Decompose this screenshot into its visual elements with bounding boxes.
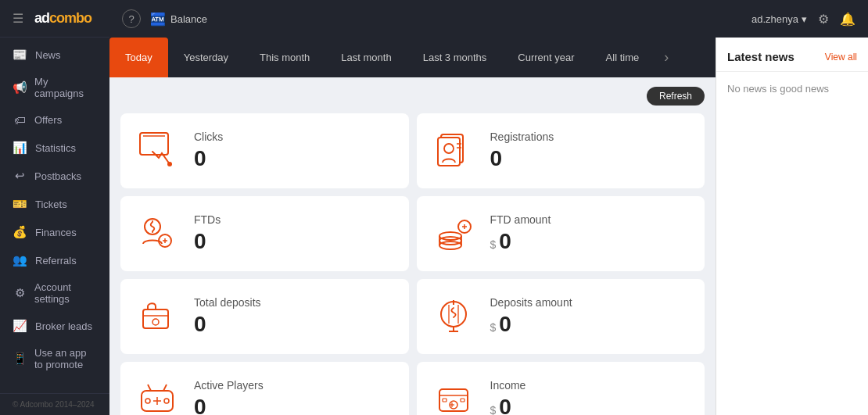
stat-info-deposits-amount: Deposits amount $0	[490, 296, 690, 337]
sidebar-icon-news: 📰	[13, 48, 27, 62]
svg-point-24	[152, 319, 159, 325]
stat-icon-deposits-amount	[431, 293, 478, 340]
help-icon[interactable]: ?	[122, 9, 141, 28]
svg-point-25	[441, 302, 466, 327]
stats-grid: Clicks 0 Registrations 0 FTDs	[120, 113, 705, 415]
user-chevron-icon: ▾	[802, 13, 807, 25]
top-nav-right: ad.zhenya ▾ ⚙ 🔔	[751, 12, 855, 27]
top-nav-left: ? 🏧 Balance	[122, 9, 207, 28]
news-title: Latest news	[727, 50, 794, 63]
stat-card-ftds: FTDs 0	[120, 196, 409, 271]
stat-label-ftd-amount: FTD amount	[490, 213, 690, 226]
stat-info-income: Income $0	[490, 379, 690, 415]
sidebar-icon-account-settings: ⚙	[13, 286, 27, 300]
stat-label-total-deposits: Total deposits	[194, 296, 393, 309]
svg-line-36	[148, 385, 151, 391]
svg-rect-4	[438, 138, 460, 166]
svg-rect-44	[461, 399, 464, 402]
sidebar-icon-my-campaigns: 📢	[13, 80, 27, 95]
svg-point-14	[439, 241, 461, 249]
stat-info-active-players: Active Players 0	[194, 379, 393, 415]
stat-icon-ftd-amount	[431, 210, 478, 257]
stat-info-ftds: FTDs 0	[194, 213, 393, 254]
sidebar-logo: ☰ adcombo	[0, 0, 109, 38]
sidebar-label-postbacks: Postbacks	[34, 170, 81, 182]
stat-card-registrations: Registrations 0	[417, 113, 705, 188]
stat-info-registrations: Registrations 0	[490, 131, 690, 171]
logo: adcombo	[34, 10, 91, 27]
stat-icon-income	[431, 376, 478, 415]
svg-point-33	[164, 399, 169, 403]
period-tab-last-month[interactable]: Last month	[325, 38, 407, 77]
svg-point-15	[439, 237, 461, 245]
stat-label-active-players: Active Players	[194, 379, 393, 392]
user-name[interactable]: ad.zhenya ▾	[751, 13, 807, 25]
sidebar-item-referrals[interactable]: 👥Referrals	[0, 246, 109, 274]
period-tab-this-month[interactable]: This month	[244, 38, 325, 77]
stat-icon-clicks	[135, 127, 181, 174]
content-area: TodayYesterdayThis monthLast monthLast 3…	[109, 38, 868, 415]
sidebar-label-news: News	[35, 49, 61, 61]
sidebar-label-use-app: Use an app to promote	[34, 347, 97, 370]
stat-label-registrations: Registrations	[490, 131, 690, 143]
period-tab-current-year[interactable]: Current year	[502, 38, 590, 77]
sidebar-icon-finances: 💰	[13, 225, 27, 239]
svg-point-32	[145, 399, 150, 403]
sidebar-item-tickets[interactable]: 🎫Tickets	[0, 190, 109, 218]
sidebar-label-statistics: Statistics	[35, 142, 76, 154]
stat-value-registrations: 0	[490, 146, 690, 171]
stat-currency-income: $	[490, 404, 497, 415]
period-tab-today[interactable]: Today	[109, 38, 168, 77]
stat-currency-deposits-amount: $	[490, 321, 497, 334]
period-tab-all-time[interactable]: All time	[590, 38, 655, 77]
balance-section: 🏧 Balance	[150, 12, 207, 27]
notification-icon[interactable]: 🔔	[840, 12, 855, 27]
stat-label-income: Income	[490, 379, 690, 392]
stat-card-total-deposits: Total deposits 0	[120, 279, 409, 354]
news-panel: Latest news View all No news is good new…	[716, 38, 868, 415]
sidebar-label-account-settings: Account settings	[34, 281, 97, 305]
sidebar-item-my-campaigns[interactable]: 📢My campaigns	[0, 69, 109, 106]
period-tab-next-arrow[interactable]: ›	[655, 38, 678, 77]
stat-value-deposits-amount: $0	[490, 312, 690, 337]
balance-icon: 🏧	[150, 12, 166, 27]
sidebar-label-referrals: Referrals	[35, 255, 77, 267]
sidebar-item-statistics[interactable]: 📊Statistics	[0, 134, 109, 162]
stat-info-total-deposits: Total deposits 0	[194, 296, 393, 337]
news-empty-message: No news is good news	[727, 83, 829, 95]
stat-card-active-players: Active Players 0	[120, 362, 409, 415]
refresh-button[interactable]: Refresh	[647, 87, 705, 106]
stat-icon-total-deposits	[135, 293, 181, 340]
sidebar-item-use-app[interactable]: 📱Use an app to promote	[0, 340, 109, 377]
sidebar-item-finances[interactable]: 💰Finances	[0, 218, 109, 246]
sidebar-item-broker-leads[interactable]: 📈Broker leads	[0, 312, 109, 340]
main-area: ? 🏧 Balance ad.zhenya ▾ ⚙ 🔔 TodayYesterd…	[109, 0, 868, 415]
stat-card-clicks: Clicks 0	[120, 113, 409, 188]
stat-icon-registrations	[431, 127, 478, 174]
sidebar-label-finances: Finances	[35, 227, 77, 238]
settings-icon[interactable]: ⚙	[818, 12, 829, 27]
svg-rect-43	[443, 399, 447, 402]
stat-info-clicks: Clicks 0	[194, 131, 393, 171]
news-view-all[interactable]: View all	[825, 52, 857, 63]
sidebar-label-offers: Offers	[34, 114, 62, 126]
sidebar-icon-statistics: 📊	[13, 141, 27, 155]
sidebar-item-news[interactable]: 📰News	[0, 41, 109, 69]
sidebar-icon-tickets: 🎫	[13, 197, 27, 211]
sidebar-label-tickets: Tickets	[35, 199, 67, 210]
hamburger-icon[interactable]: ☰	[13, 11, 23, 26]
user-name-text: ad.zhenya	[751, 13, 798, 25]
sidebar-item-offers[interactable]: 🏷Offers	[0, 106, 109, 134]
stat-label-ftds: FTDs	[194, 213, 393, 226]
stat-card-ftd-amount: FTD amount $0	[417, 196, 705, 271]
sidebar-item-account-settings[interactable]: ⚙Account settings	[0, 274, 109, 312]
stat-value-ftd-amount: $0	[490, 229, 690, 254]
sidebar-item-postbacks[interactable]: ↩Postbacks	[0, 162, 109, 190]
sidebar-icon-referrals: 👥	[13, 253, 27, 267]
news-content: No news is good news	[716, 72, 868, 106]
stat-value-active-players: 0	[194, 395, 393, 415]
period-tab-last-3-months[interactable]: Last 3 months	[407, 38, 503, 77]
period-tab-yesterday[interactable]: Yesterday	[168, 38, 244, 77]
sidebar-icon-broker-leads: 📈	[13, 319, 27, 333]
svg-line-37	[163, 385, 167, 391]
